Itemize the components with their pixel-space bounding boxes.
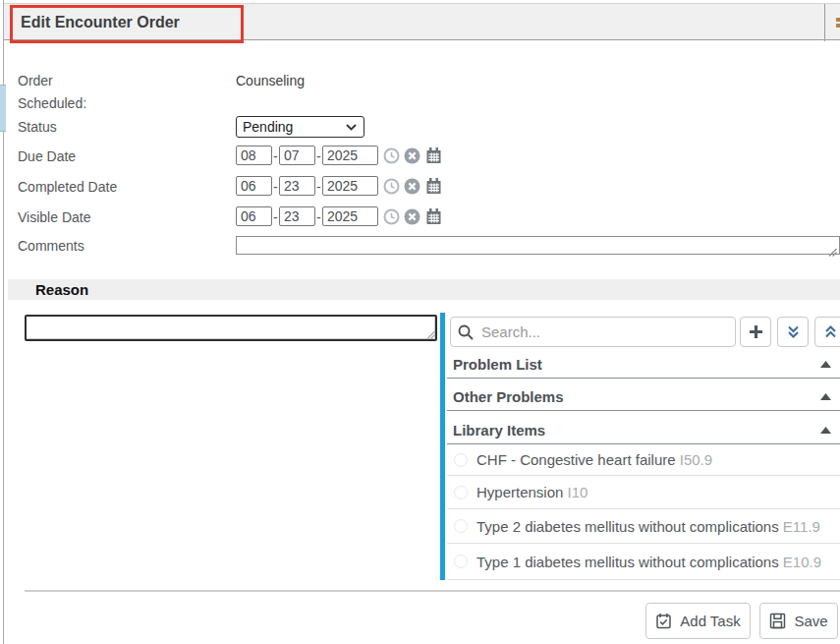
header-divider	[824, 4, 825, 41]
triangle-up-icon	[820, 361, 831, 368]
reason-input[interactable]	[25, 315, 437, 341]
accordion-other-problems[interactable]: Other Problems	[447, 382, 840, 411]
collapse-all-button[interactable]	[814, 317, 840, 347]
due-date-label: Due Date	[18, 148, 76, 164]
visible-date-day-input[interactable]	[279, 206, 315, 226]
item-name: Type 1 diabetes mellitus without complic…	[476, 554, 779, 570]
left-scrollbar-thumb[interactable]	[0, 85, 6, 132]
due-date-month-input[interactable]	[236, 146, 272, 165]
date-separator: -	[316, 148, 321, 164]
item-name: Type 2 diabetes mellitus without complic…	[476, 518, 779, 535]
reason-panel-accent-bar	[440, 313, 445, 580]
completed-date-year-input[interactable]	[322, 176, 378, 196]
clock-icon	[383, 147, 400, 164]
due-date-calendar-button[interactable]	[425, 147, 442, 164]
date-separator: -	[273, 209, 278, 225]
clear-circle-icon	[404, 208, 420, 225]
item-radio[interactable]	[454, 486, 468, 499]
completed-date-month-input[interactable]	[236, 176, 272, 196]
clear-circle-icon	[404, 178, 420, 195]
library-item[interactable]: Hypertension I10	[447, 476, 840, 509]
expand-all-button[interactable]	[777, 317, 809, 347]
double-chevron-up-icon	[822, 323, 839, 340]
visible-date-calendar-button[interactable]	[425, 208, 442, 225]
reason-section-title: Reason	[35, 279, 88, 300]
window-control-partial-icon[interactable]	[836, 18, 840, 29]
accordion-library-items[interactable]: Library Items	[447, 416, 840, 444]
comments-input[interactable]	[236, 236, 840, 255]
dialog-header: Edit Encounter Order	[4, 3, 840, 40]
dialog-title: Edit Encounter Order	[21, 4, 180, 41]
library-item[interactable]: Type 2 diabetes mellitus without complic…	[447, 509, 840, 544]
item-radio[interactable]	[454, 555, 468, 568]
library-item[interactable]: CHF - Congestive heart failure I50.9	[447, 444, 840, 476]
visible-date-now-button[interactable]	[383, 208, 400, 225]
triangle-up-icon	[820, 393, 831, 400]
date-separator: -	[273, 148, 278, 164]
date-separator: -	[316, 179, 321, 195]
due-date-day-input[interactable]	[279, 146, 315, 165]
status-label: Status	[18, 119, 57, 135]
add-task-label: Add Task	[680, 613, 740, 629]
reason-section-header: Reason	[8, 279, 840, 300]
item-code: E11.9	[783, 518, 820, 535]
order-scheduled-value: Counseling	[236, 73, 305, 88]
visible-date-label: Visible Date	[18, 209, 90, 225]
save-label: Save	[794, 613, 827, 629]
calendar-icon	[425, 147, 442, 164]
save-button[interactable]: Save	[759, 603, 838, 639]
completed-date-calendar-button[interactable]	[425, 178, 442, 195]
date-separator: -	[316, 209, 321, 225]
search-input[interactable]	[450, 317, 736, 347]
accordion-label: Library Items	[453, 422, 545, 439]
completed-date-clear-button[interactable]	[404, 178, 420, 195]
item-code: E10.9	[783, 554, 821, 570]
due-date-now-button[interactable]	[383, 147, 400, 164]
accordion-problem-list[interactable]: Problem List	[447, 351, 840, 379]
add-task-calendar-icon	[655, 613, 672, 629]
due-date-clear-button[interactable]	[404, 147, 420, 164]
status-selected-value: Pending	[243, 119, 293, 135]
add-reason-button[interactable]	[740, 317, 771, 347]
plus-icon	[748, 323, 764, 340]
library-item[interactable]: Type 1 diabetes mellitus without complic…	[447, 544, 840, 580]
visible-date-clear-button[interactable]	[404, 208, 420, 225]
save-floppy-icon	[769, 613, 786, 629]
comments-label: Comments	[18, 238, 84, 254]
order-scheduled-label: Order Scheduled:	[18, 70, 111, 115]
clear-circle-icon	[404, 147, 420, 164]
clock-icon	[383, 208, 400, 225]
item-name: CHF - Congestive heart failure	[476, 451, 676, 468]
add-task-button[interactable]: Add Task	[645, 603, 751, 639]
item-radio[interactable]	[454, 453, 468, 467]
footer-divider	[25, 590, 840, 592]
visible-date-year-input[interactable]	[322, 206, 378, 226]
double-chevron-down-icon	[785, 323, 802, 340]
completed-date-now-button[interactable]	[383, 178, 400, 195]
completed-date-day-input[interactable]	[279, 176, 315, 196]
item-radio[interactable]	[454, 519, 468, 533]
clock-icon	[383, 178, 400, 195]
item-code: I50.9	[680, 451, 712, 468]
accordion-label: Problem List	[453, 356, 542, 373]
calendar-icon	[425, 208, 442, 225]
calendar-icon	[425, 178, 442, 195]
completed-date-label: Completed Date	[18, 179, 117, 195]
visible-date-month-input[interactable]	[236, 206, 272, 226]
status-select[interactable]: Pending	[236, 116, 364, 138]
chevron-down-icon	[346, 124, 357, 131]
item-code: I10	[568, 484, 588, 500]
due-date-year-input[interactable]	[322, 146, 378, 165]
triangle-up-icon	[820, 427, 831, 434]
item-name: Hypertension	[476, 484, 563, 500]
date-separator: -	[273, 179, 278, 195]
edit-encounter-order-dialog: Edit Encounter Order Order Scheduled: Co…	[0, 0, 840, 644]
accordion-label: Other Problems	[453, 388, 564, 405]
